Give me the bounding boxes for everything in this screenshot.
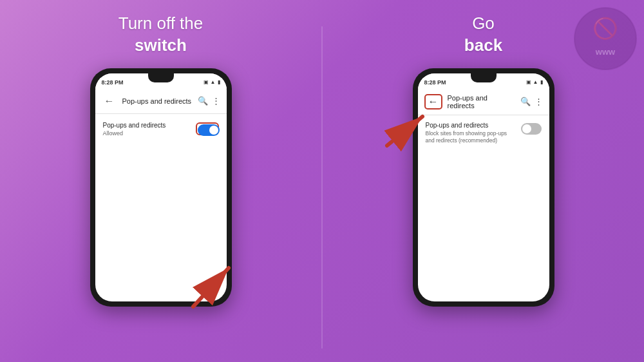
left-title-line1: Turn off the [118,14,204,33]
left-title-line2: switch [118,35,204,57]
left-chrome-header: ← Pop-ups and redirects 🔍 ⋮ [95,89,227,114]
right-chrome-header: ← Pop-ups and redirects 🔍 ⋮ [418,89,549,115]
left-time: 8:28 PM [102,79,124,86]
left-phone-notch [148,73,174,82]
right-phone-wrapper: 8:28 PM ▣ ▲ ▮ ← Pop-ups and redirects 🔍 [413,68,554,307]
svg-text:🚫: 🚫 [592,16,618,41]
left-setting-label: Pop-ups and redirects [103,122,166,129]
left-menu-icon[interactable]: ⋮ [212,96,220,106]
right-sim-icon: ▣ [526,79,531,85]
left-setting-row: Pop-ups and redirects Allowed [95,114,227,142]
watermark-icon: 🚫 www [573,6,638,71]
left-sim-icon: ▣ [204,79,209,85]
right-battery-icon: ▮ [540,79,543,85]
left-battery-icon: ▮ [218,79,220,85]
right-time: 8:28 PM [424,79,446,86]
right-title: Go back [464,13,502,57]
left-phone-frame: 8:28 PM ▣ ▲ ▮ ← Pop-ups and redirects 🔍 [90,68,232,307]
right-toggle-switch[interactable] [521,123,542,135]
left-status-icons: ▣ ▲ ▮ [204,79,220,85]
main-container: Turn off the switch 8:28 PM ▣ ▲ ▮ [0,0,644,362]
left-toggle-switch[interactable] [196,122,219,135]
right-page-title: Pop-ups and redirects [448,94,515,110]
right-wifi-icon: ▲ [533,79,538,85]
right-header-icons: 🔍 ⋮ [520,97,543,106]
left-phone-wrapper: 8:28 PM ▣ ▲ ▮ ← Pop-ups and redirects 🔍 [90,68,232,307]
right-setting-label: Pop-ups and redirects [426,122,516,129]
svg-text:www: www [595,47,616,57]
left-search-icon[interactable]: 🔍 [198,96,208,106]
right-title-line1: Go [472,14,495,33]
right-menu-icon[interactable]: ⋮ [535,97,543,106]
left-setting-text: Pop-ups and redirects Allowed [103,122,166,137]
right-status-icons: ▣ ▲ ▮ [526,79,543,85]
left-toggle-inner [198,124,220,136]
left-header-icons: 🔍 ⋮ [198,96,220,106]
right-setting-row: Pop-ups and redirects Block sites from s… [418,115,549,148]
left-phone-screen: 8:28 PM ▣ ▲ ▮ ← Pop-ups and redirects 🔍 [95,73,227,301]
right-phone-screen: 8:28 PM ▣ ▲ ▮ ← Pop-ups and redirects 🔍 [418,73,549,301]
left-back-button[interactable]: ← [102,94,117,108]
right-setting-row-inner: Pop-ups and redirects Block sites from s… [426,122,542,144]
panel-left: Turn off the switch 8:28 PM ▣ ▲ ▮ [0,13,321,307]
left-page-title: Pop-ups and redirects [122,97,193,105]
right-back-button[interactable]: ← [424,94,442,110]
right-phone-frame: 8:28 PM ▣ ▲ ▮ ← Pop-ups and redirects 🔍 [413,68,554,307]
right-title-line2: back [464,35,502,57]
left-wifi-icon: ▲ [211,79,216,85]
left-setting-sublabel: Allowed [103,130,166,137]
right-search-icon[interactable]: 🔍 [520,97,531,106]
left-title: Turn off the switch [118,13,204,57]
right-setting-sublabel: Block sites from showing pop-ups and red… [426,130,516,144]
right-setting-text: Pop-ups and redirects Block sites from s… [426,122,516,144]
right-phone-notch [471,73,497,82]
